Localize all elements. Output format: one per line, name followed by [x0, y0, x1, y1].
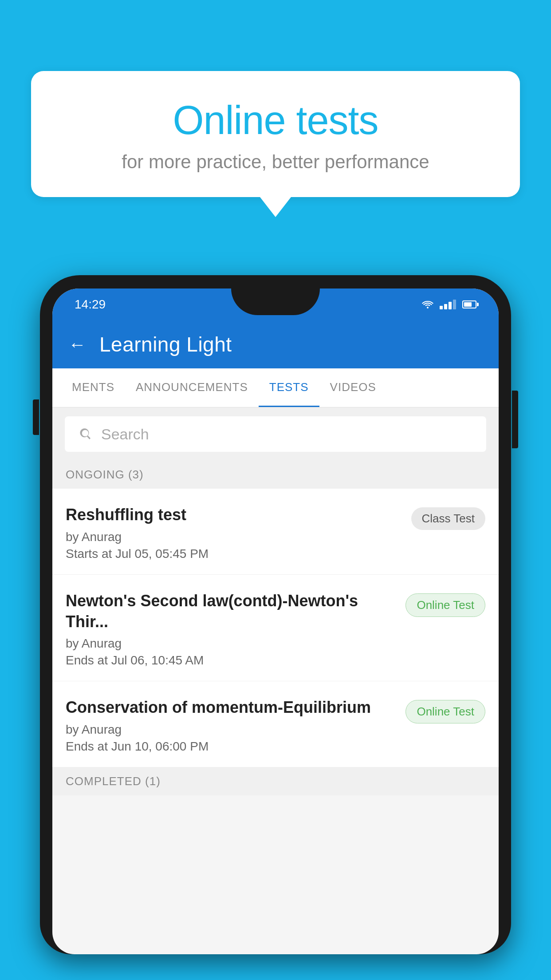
test-item[interactable]: Newton's Second law(contd)-Newton's Thir…: [52, 575, 499, 682]
test-info: Reshuffling test by Anurag Starts at Jul…: [66, 505, 411, 561]
wifi-icon: [422, 300, 433, 309]
test-item[interactable]: Reshuffling test by Anurag Starts at Jul…: [52, 489, 499, 575]
phone-screen: 14:29: [52, 288, 499, 954]
test-list: Reshuffling test by Anurag Starts at Jul…: [52, 489, 499, 767]
app-bar: ← Learning Light: [52, 320, 499, 368]
test-info: Newton's Second law(contd)-Newton's Thir…: [66, 591, 405, 668]
test-badge-online: Online Test: [405, 700, 485, 723]
status-bar: 14:29: [52, 288, 499, 320]
test-by: by Anurag: [66, 530, 402, 544]
search-icon: [78, 427, 92, 441]
tabs-bar: MENTS ANNOUNCEMENTS TESTS VIDEOS: [52, 368, 499, 407]
tab-tests[interactable]: TESTS: [259, 368, 319, 407]
ongoing-section-header: ONGOING (3): [52, 461, 499, 489]
search-container: Search: [52, 407, 499, 461]
app-title: Learning Light: [99, 332, 232, 356]
completed-section-header: COMPLETED (1): [52, 767, 499, 795]
bubble-card: Online tests for more practice, better p…: [31, 71, 520, 197]
test-badge-online: Online Test: [405, 593, 485, 617]
test-badge-class: Class Test: [411, 507, 485, 530]
status-time: 14:29: [75, 297, 106, 312]
promo-bubble: Online tests for more practice, better p…: [31, 71, 520, 217]
search-placeholder: Search: [101, 426, 149, 443]
svg-point-0: [427, 307, 429, 308]
test-by: by Anurag: [66, 723, 397, 737]
bubble-tail: [260, 197, 291, 217]
bubble-subtitle: for more practice, better performance: [67, 151, 484, 173]
test-name: Conservation of momentum-Equilibrium: [66, 697, 397, 718]
bubble-title: Online tests: [67, 98, 484, 143]
search-box[interactable]: Search: [65, 416, 486, 452]
phone-frame: 14:29: [40, 275, 511, 954]
signal-icon: [440, 300, 456, 309]
test-name: Reshuffling test: [66, 505, 402, 526]
tab-videos[interactable]: VIDEOS: [319, 368, 387, 407]
tab-ments[interactable]: MENTS: [61, 368, 125, 407]
test-time: Ends at Jun 10, 06:00 PM: [66, 739, 397, 754]
test-info: Conservation of momentum-Equilibrium by …: [66, 697, 405, 754]
battery-icon: [462, 300, 476, 308]
phone-mockup: 14:29: [40, 275, 511, 980]
back-button[interactable]: ←: [68, 335, 86, 355]
tab-announcements[interactable]: ANNOUNCEMENTS: [125, 368, 259, 407]
test-item[interactable]: Conservation of momentum-Equilibrium by …: [52, 681, 499, 767]
test-time: Ends at Jul 06, 10:45 AM: [66, 653, 397, 668]
test-time: Starts at Jul 05, 05:45 PM: [66, 547, 402, 561]
test-by: by Anurag: [66, 636, 397, 651]
test-name: Newton's Second law(contd)-Newton's Thir…: [66, 591, 397, 632]
status-icons: [422, 300, 476, 309]
